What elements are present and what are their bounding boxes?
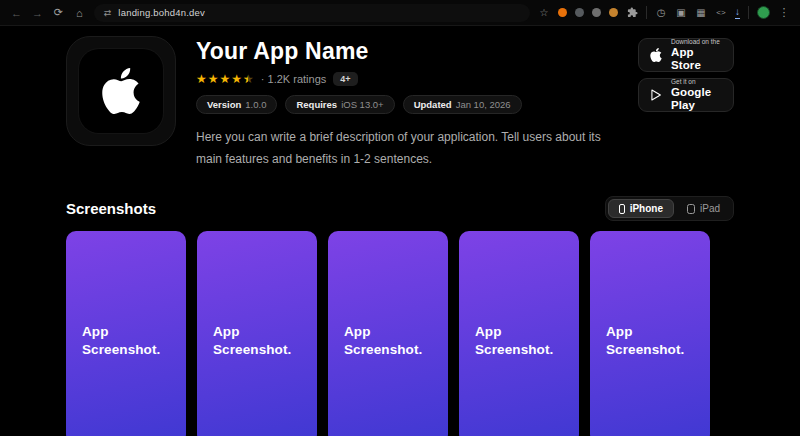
- version-pill: Version 1.0.0: [196, 95, 277, 114]
- toolbar-divider: [748, 6, 749, 19]
- screenshot-card[interactable]: App Screenshot.: [459, 231, 579, 436]
- extension-icon-4[interactable]: [609, 8, 618, 17]
- back-icon[interactable]: ←: [10, 7, 23, 19]
- browser-toolbar: ← → ⟳ ⌂ ⇄ landing.bohd4n.dev ☆ ◷ ▣ ▦ <> …: [0, 0, 800, 26]
- half-star-icon: ★★: [243, 73, 254, 85]
- app-store-button[interactable]: Download on the App Store: [638, 38, 734, 72]
- toggle-ipad[interactable]: iPad: [676, 199, 731, 218]
- downloads-icon[interactable]: ↓: [735, 7, 740, 19]
- extension-icon-3[interactable]: [592, 8, 601, 17]
- app-meta-row: Version 1.0.0 Requires iOS 13.0+ Updated…: [196, 95, 618, 114]
- star-rating: ★ ★ ★ ★ ★★: [196, 73, 254, 85]
- screenshot-label: App Screenshot.: [606, 323, 698, 359]
- rating-row: ★ ★ ★ ★ ★★ · 1.2K ratings 4+: [196, 72, 618, 86]
- device-toggle: iPhone iPad: [605, 196, 734, 221]
- screenshots-header: Screenshots iPhone iPad: [66, 196, 734, 221]
- screenshot-card[interactable]: App Screenshot.: [66, 231, 186, 436]
- ipad-icon: [687, 204, 695, 214]
- screenshot-label: App Screenshot.: [475, 323, 567, 359]
- play-triangle-icon: [649, 88, 663, 102]
- updated-pill: Updated Jan 10, 2026: [403, 95, 522, 114]
- extensions-puzzle-icon[interactable]: [626, 7, 638, 19]
- url-text: landing.bohd4n.dev: [118, 7, 205, 18]
- store-label: App Store: [671, 46, 723, 72]
- requires-pill: Requires iOS 13.0+: [285, 95, 394, 114]
- google-play-button[interactable]: Get it on Google Play: [638, 78, 734, 112]
- toolbar-divider: [646, 6, 647, 19]
- apps-grid-icon[interactable]: ▦: [695, 7, 707, 19]
- age-rating-badge: 4+: [333, 72, 357, 86]
- store-eyebrow: Download on the: [671, 38, 723, 45]
- bookmark-icon[interactable]: ☆: [538, 7, 550, 19]
- address-bar[interactable]: ⇄ landing.bohd4n.dev: [94, 4, 530, 22]
- store-buttons: Download on the App Store Get it on Goog…: [638, 38, 734, 170]
- app-landing-page: Your App Name ★ ★ ★ ★ ★★ · 1.2K ratings …: [0, 26, 800, 436]
- app-info: Your App Name ★ ★ ★ ★ ★★ · 1.2K ratings …: [196, 36, 618, 170]
- apple-logo-icon: [649, 48, 663, 62]
- store-eyebrow: Get it on: [671, 78, 723, 85]
- star-icon: ★: [196, 73, 207, 85]
- extension-icon-1[interactable]: [558, 8, 567, 17]
- screenshot-label: App Screenshot.: [213, 323, 305, 359]
- toolbar-right: ☆ ◷ ▣ ▦ <> ↓ ⋮: [538, 6, 790, 19]
- profile-avatar[interactable]: [757, 6, 770, 19]
- app-header: Your App Name ★ ★ ★ ★ ★★ · 1.2K ratings …: [66, 36, 734, 170]
- star-icon: ★: [220, 73, 231, 85]
- home-icon[interactable]: ⌂: [73, 7, 86, 19]
- app-icon-card: [66, 36, 176, 146]
- screenshots-title: Screenshots: [66, 200, 156, 217]
- screenshot-label: App Screenshot.: [344, 323, 436, 359]
- toggle-iphone[interactable]: iPhone: [608, 199, 674, 218]
- history-icon[interactable]: ◷: [655, 7, 667, 19]
- star-icon: ★: [208, 73, 219, 85]
- screenshot-card[interactable]: App Screenshot.: [328, 231, 448, 436]
- screenshot-label: App Screenshot.: [82, 323, 174, 359]
- app-description: Here you can write a brief description o…: [196, 127, 618, 170]
- screenshots-row: App Screenshot. App Screenshot. App Scre…: [66, 231, 734, 436]
- side-panel-icon[interactable]: ▣: [675, 7, 687, 19]
- devtools-code-icon[interactable]: <>: [715, 7, 727, 19]
- iphone-icon: [619, 204, 625, 214]
- site-info-icon[interactable]: ⇄: [104, 8, 112, 18]
- star-icon: ★: [231, 73, 242, 85]
- screenshot-card[interactable]: App Screenshot.: [197, 231, 317, 436]
- menu-kebab-icon[interactable]: ⋮: [778, 7, 790, 19]
- apple-logo-icon: [79, 49, 163, 133]
- extension-icon-2[interactable]: [575, 8, 584, 17]
- app-title: Your App Name: [196, 38, 618, 65]
- store-label: Google Play: [671, 86, 723, 112]
- reload-icon[interactable]: ⟳: [52, 6, 65, 19]
- screenshot-card[interactable]: App Screenshot.: [590, 231, 710, 436]
- forward-icon[interactable]: →: [31, 7, 44, 19]
- ratings-count: · 1.2K ratings: [261, 73, 326, 85]
